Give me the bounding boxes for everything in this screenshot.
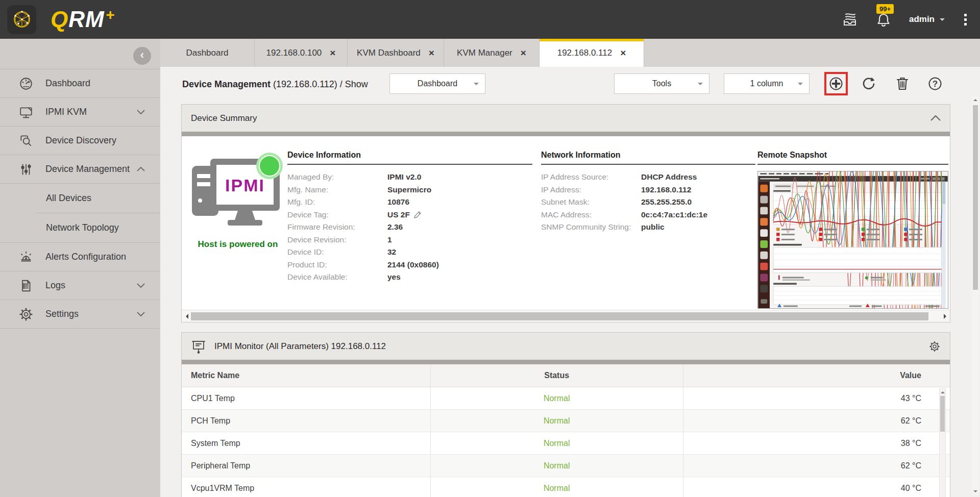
page-scroll-down-button[interactable] xyxy=(973,488,977,495)
help-button[interactable]: ? xyxy=(927,76,943,92)
table-row: System Temp Normal 38 °C xyxy=(182,432,950,455)
gear-icon xyxy=(928,340,941,353)
info-label: Device Tag: xyxy=(287,209,387,221)
info-value: 255.255.255.0 xyxy=(641,196,692,209)
page-title-rest: (192.168.0.112) / Show xyxy=(271,79,368,89)
info-value: IPMI v2.0 xyxy=(387,171,421,184)
sidebar-item-label: Device Discovery xyxy=(45,135,116,146)
main-area: Dashboard 192.168.0.100 × KVM Dashboard … xyxy=(160,39,980,497)
metric-name: CPU1 Temp xyxy=(182,387,431,409)
sidebar-item-ipmi-kvm[interactable]: IPMI KVM xyxy=(0,98,160,127)
panel-divider-bar xyxy=(182,132,950,136)
section-title: Device Information xyxy=(287,151,532,165)
tab-dashboard[interactable]: Dashboard xyxy=(160,39,255,67)
column-header-metric: Metric Name xyxy=(182,364,431,387)
user-menu[interactable]: admin xyxy=(909,14,945,24)
tab-label: 192.168.0.100 xyxy=(266,48,322,58)
info-value: yes xyxy=(387,271,401,284)
tab-label: KVM Dashboard xyxy=(357,48,421,58)
info-row: MAC Address:0c:c4:7a:c1:dc:1e xyxy=(541,209,755,221)
tab-192-168-0-112-active[interactable]: 192.168.0.112 × xyxy=(540,39,644,67)
tab-close-button[interactable]: × xyxy=(521,48,526,58)
horizontal-scroll-thumb[interactable] xyxy=(191,312,928,320)
sidebar-item-logs[interactable]: Logs xyxy=(0,271,160,300)
logs-document-icon xyxy=(19,279,33,293)
task-queue-button[interactable] xyxy=(842,11,858,28)
scroll-left-button[interactable] xyxy=(182,314,191,319)
edit-pencil-icon[interactable] xyxy=(413,210,422,219)
scroll-right-button[interactable] xyxy=(941,314,950,319)
tools-select-value: Tools xyxy=(652,79,671,88)
info-label: Mfg. ID: xyxy=(287,196,387,209)
app-logo[interactable] xyxy=(7,5,36,34)
overflow-menu-button[interactable] xyxy=(962,12,969,28)
tab-close-button[interactable]: × xyxy=(620,48,626,58)
view-select[interactable]: Dashboard xyxy=(389,73,485,94)
info-row: Managed By:IPMI v2.0 xyxy=(287,171,532,184)
sidebar-subitem-network-topology[interactable]: Network Topology xyxy=(0,213,160,242)
info-label: Firmware Revision: xyxy=(287,221,387,234)
metric-value: 62 °C xyxy=(683,455,950,477)
projector-screen-icon xyxy=(191,339,206,354)
refresh-button[interactable] xyxy=(861,76,877,92)
sidebar-item-device-discovery[interactable]: Device Discovery xyxy=(0,127,160,155)
user-name: admin xyxy=(909,14,935,24)
columns-select[interactable]: 1 column xyxy=(724,73,810,94)
chevron-down-icon xyxy=(698,83,703,88)
discovery-search-icon xyxy=(19,134,33,148)
chevron-down-icon xyxy=(137,110,145,114)
metric-status: Normal xyxy=(431,387,683,409)
info-row-device-tag: Device Tag: US 2F xyxy=(287,209,532,221)
tab-kvm-manager[interactable]: KVM Manager × xyxy=(444,39,540,67)
info-value: public xyxy=(641,221,665,234)
info-label: MAC Address: xyxy=(541,209,641,221)
metrics-table-header: Metric Name Status Value xyxy=(182,364,950,387)
tab-close-button[interactable]: × xyxy=(429,48,434,58)
info-label: Managed By: xyxy=(287,171,387,184)
sidebar-item-dashboard[interactable]: Dashboard xyxy=(0,69,160,98)
ipmi-device-icon: IPMI xyxy=(187,152,289,228)
vertical-scroll-thumb[interactable] xyxy=(940,396,945,432)
info-label: Subnet Mask: xyxy=(541,196,641,209)
sidebar-item-device-management[interactable]: Device Management xyxy=(0,155,160,184)
monitor-icon xyxy=(19,105,33,119)
sidebar-item-label: Dashboard xyxy=(45,78,90,89)
network-information-section: Network Information IP Address Source:DH… xyxy=(541,151,755,234)
page-title: Device Management (192.168.0.112) / Show xyxy=(182,79,368,89)
collapse-panel-button[interactable] xyxy=(930,115,941,121)
sidebar-collapse-button[interactable]: ‹ xyxy=(133,47,151,65)
page-toolbar: Device Management (192.168.0.112) / Show… xyxy=(160,67,980,101)
tools-select[interactable]: Tools xyxy=(614,73,709,94)
metric-name: Peripheral Temp xyxy=(182,455,431,477)
tab-kvm-dashboard[interactable]: KVM Dashboard × xyxy=(348,39,444,67)
remote-snapshot-thumbnail[interactable] xyxy=(757,171,948,309)
gear-icon xyxy=(19,307,33,321)
info-row: Device Revision:1 xyxy=(287,234,532,246)
notifications-button[interactable]: 99+ xyxy=(875,11,892,28)
page-scroll-thumb[interactable] xyxy=(973,105,978,290)
sidebar-item-settings[interactable]: Settings xyxy=(0,300,160,329)
tab-192-168-0-100[interactable]: 192.168.0.100 × xyxy=(255,39,348,67)
widget-settings-button[interactable] xyxy=(928,340,941,353)
panel-divider-bar xyxy=(182,360,950,364)
metric-status: Normal xyxy=(431,455,683,477)
tab-close-button[interactable]: × xyxy=(330,48,335,58)
panel-title: Device Summary xyxy=(191,113,257,123)
sidebar-subitem-label: All Devices xyxy=(46,193,91,204)
sidebar-subitem-all-devices[interactable]: All Devices xyxy=(0,184,160,213)
columns-select-value: 1 column xyxy=(750,79,783,88)
page-title-bold: Device Management xyxy=(182,79,271,89)
page-scroll-up-button[interactable] xyxy=(973,96,977,103)
remote-snapshot-section: Remote Snapshot xyxy=(757,151,948,309)
metric-name: System Temp xyxy=(182,432,431,454)
sidebar-item-label: IPMI KVM xyxy=(45,107,87,117)
table-row: Peripheral Temp Normal 62 °C xyxy=(182,455,950,477)
delete-button[interactable] xyxy=(894,76,911,92)
info-value: 0c:c4:7a:c1:dc:1e xyxy=(641,209,707,221)
add-widget-button[interactable] xyxy=(828,76,844,92)
sidebar-item-label: Settings xyxy=(45,309,79,319)
info-label: Device Revision: xyxy=(287,234,387,246)
sidebar-item-alerts-configuration[interactable]: Alerts Configuration xyxy=(0,243,160,271)
scroll-up-button[interactable] xyxy=(940,389,945,395)
info-row: Mfg. ID:10876 xyxy=(287,196,532,209)
